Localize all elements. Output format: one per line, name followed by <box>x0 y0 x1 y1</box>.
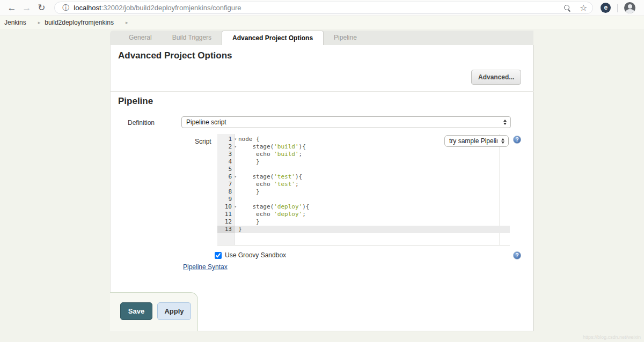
editor-line[interactable]: 12 } <box>217 218 510 226</box>
editor-line-number: 12 <box>217 218 235 226</box>
fold-arrow-icon[interactable]: ▾ <box>234 173 237 181</box>
editor-line[interactable]: 11 echo 'deploy'; <box>217 211 510 218</box>
tab-advanced-project-options[interactable]: Advanced Project Options <box>222 31 324 45</box>
url-host: localhost <box>74 4 101 12</box>
definition-select-value: Pipeline script <box>186 118 226 126</box>
editor-line-code: echo 'build'; <box>235 151 302 158</box>
editor-line[interactable]: 7 echo 'test'; <box>217 181 510 188</box>
editor-line-number: 13 <box>217 226 235 233</box>
tab-general[interactable]: General <box>119 31 162 45</box>
editor-line-number: 5 <box>217 166 235 173</box>
section-divider <box>110 91 533 92</box>
editor-line-number: 7 <box>217 181 235 188</box>
editor-line[interactable]: 13} <box>217 226 510 233</box>
save-button[interactable]: Save <box>120 302 152 320</box>
editor-line-number: 10▾ <box>217 203 235 211</box>
breadcrumb-jenkins[interactable]: Jenkins <box>4 19 26 26</box>
select-arrows-icon <box>501 138 504 144</box>
help-icon-sandbox[interactable]: ? <box>513 251 521 259</box>
url-path: :32002/job/build2deployfromjenkins/confi… <box>101 4 241 12</box>
breadcrumb-arrow-icon[interactable]: ▸ <box>126 20 128 25</box>
fold-arrow-icon[interactable]: ▾ <box>234 136 237 143</box>
editor-line-code: } <box>235 188 260 196</box>
apply-button[interactable]: Apply <box>157 302 191 320</box>
definition-label: Definition <box>128 119 155 127</box>
refresh-icon[interactable]: ↻ <box>34 2 49 13</box>
editor-line[interactable]: 3 echo 'build'; <box>217 151 510 158</box>
browser-toolbar: ← → ↻ ⓘ localhost:32002/job/build2deploy… <box>0 0 644 16</box>
editor-line-code: node { <box>235 136 260 143</box>
definition-select[interactable]: Pipeline script <box>181 116 511 128</box>
extension-icon[interactable]: e <box>601 3 611 13</box>
editor-line-code <box>235 196 238 203</box>
editor-line-code: echo 'deploy'; <box>235 211 306 218</box>
editor-line-number: 6▾ <box>217 173 235 181</box>
bookmark-star-icon[interactable]: ☆ <box>580 4 587 12</box>
bottom-button-bar: Save Apply <box>110 292 198 331</box>
editor-line-number: 3 <box>217 151 235 158</box>
editor-line[interactable]: 8 } <box>217 188 510 196</box>
editor-line-number: 2▾ <box>217 143 235 151</box>
fold-arrow-icon[interactable]: ▾ <box>234 143 237 151</box>
sample-pipeline-select-value: try sample Pipeline... <box>449 137 497 145</box>
sample-pipeline-select[interactable]: try sample Pipeline... <box>444 135 509 147</box>
breadcrumb-arrow-icon[interactable]: ▸ <box>38 20 41 25</box>
editor-line-number: 4 <box>217 158 235 166</box>
tab-pipeline[interactable]: Pipeline <box>324 31 367 45</box>
pipeline-syntax-link[interactable]: Pipeline Syntax <box>183 263 228 271</box>
address-bar[interactable]: ⓘ localhost:32002/job/build2deployfromje… <box>54 2 593 14</box>
breadcrumb-job[interactable]: build2deployfromjenkins <box>45 19 114 26</box>
fold-arrow-icon[interactable]: ▾ <box>234 203 237 211</box>
editor-line-number: 9 <box>217 196 235 203</box>
config-panel: General Build Triggers Advanced Project … <box>110 31 533 331</box>
script-label: Script <box>195 138 211 145</box>
editor-line-code: stage('build'){ <box>235 143 306 151</box>
forward-icon[interactable]: → <box>19 3 34 13</box>
editor-line-code: echo 'test'; <box>235 181 299 188</box>
breadcrumb: Jenkins ▸ build2deployfromjenkins ▸ <box>0 16 644 29</box>
section-title-advanced-project-options: Advanced Project Options <box>118 50 232 61</box>
editor-line[interactable]: 5 <box>217 166 510 173</box>
section-title-pipeline: Pipeline <box>118 96 153 107</box>
script-editor-lines: 1▾node {2▾ stage('build'){3 echo 'build'… <box>217 136 510 233</box>
editor-line-number: 11 <box>217 211 235 218</box>
editor-line-number: 1▾ <box>217 136 235 143</box>
editor-line-number: 8 <box>217 188 235 196</box>
editor-line[interactable]: 6▾ stage('test'){ <box>217 173 510 181</box>
search-icon[interactable] <box>564 4 571 12</box>
select-arrows-icon <box>503 120 507 125</box>
editor-line-code: } <box>235 158 260 166</box>
watermark-text: https://blog.csdn.net/weixin <box>583 334 641 340</box>
config-tabbar: General Build Triggers Advanced Project … <box>110 31 533 45</box>
advanced-button[interactable]: Advanced... <box>471 70 521 85</box>
back-icon[interactable]: ← <box>4 3 19 13</box>
editor-line[interactable]: 9 <box>217 196 510 203</box>
url-text[interactable]: localhost:32002/job/build2deployfromjenk… <box>74 4 241 12</box>
profile-avatar[interactable] <box>624 2 635 13</box>
editor-line-code: } <box>235 226 242 233</box>
page-info-icon[interactable]: ⓘ <box>62 3 69 13</box>
script-editor[interactable]: 1▾node {2▾ stage('build'){3 echo 'build'… <box>217 134 510 246</box>
groovy-sandbox-row: Use Groovy Sandbox <box>215 251 286 259</box>
editor-line[interactable]: 4 } <box>217 158 510 166</box>
editor-line[interactable]: 10▾ stage('deploy'){ <box>217 203 510 211</box>
groovy-sandbox-label[interactable]: Use Groovy Sandbox <box>225 251 286 259</box>
editor-line-code: } <box>235 218 260 226</box>
groovy-sandbox-checkbox[interactable] <box>215 252 222 259</box>
tab-build-triggers[interactable]: Build Triggers <box>162 31 222 45</box>
editor-line-code <box>235 166 238 173</box>
editor-line-code: stage('test'){ <box>235 173 302 181</box>
editor-line-code: stage('deploy'){ <box>235 203 309 211</box>
toolbar-divider <box>617 4 618 12</box>
help-icon-script[interactable]: ? <box>513 136 521 144</box>
